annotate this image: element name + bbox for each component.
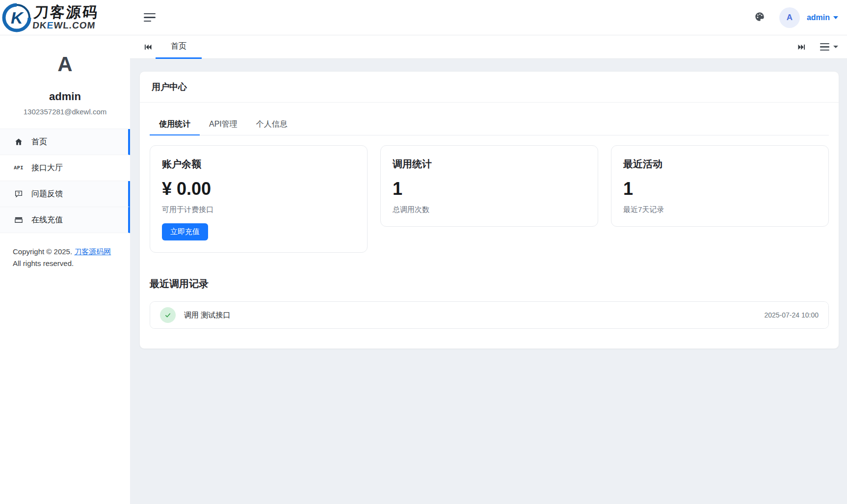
activity-value: 1 [623, 179, 817, 199]
list-menu-icon [820, 43, 829, 51]
sidebar-item-label: 在线充值 [31, 215, 63, 225]
theme-palette-button[interactable] [751, 9, 768, 27]
stat-title: 最近活动 [623, 158, 817, 171]
card-body: 使用统计 API管理 个人信息 账户余额 ¥ 0.00 可用于计费接口 立即充值 [140, 103, 839, 348]
sidebar-item-api-hall[interactable]: API 接口大厅 [0, 155, 130, 181]
record-text: 调用 测试接口 [184, 311, 230, 320]
sidebar-item-home[interactable]: 首页 [0, 129, 130, 155]
feedback-icon: ? [13, 189, 24, 198]
stat-title: 调用统计 [393, 158, 586, 171]
sidebar-item-recharge[interactable]: 在线充值 [0, 207, 130, 233]
logo-mark-icon: K [2, 3, 31, 32]
logo-text: 刀客源码 DKEWL.COM [32, 5, 99, 30]
user-menu-dropdown[interactable]: admin [807, 13, 838, 22]
record-timestamp: 2025-07-24 10:00 [764, 311, 819, 319]
profile-email: 1302357281@dkewl.com [0, 107, 130, 116]
call-record-row: 调用 测试接口 2025-07-24 10:00 [150, 302, 828, 328]
user-center-tabs: 使用统计 API管理 个人信息 [150, 114, 829, 135]
page-tabbar: 首页 [130, 35, 847, 59]
sidebar: A admin 1302357281@dkewl.com 首页 API 接口大厅 [0, 35, 130, 504]
stat-caption: 可用于计费接口 [162, 205, 355, 214]
tab-personal-info[interactable]: 个人信息 [247, 114, 297, 135]
header: K 刀客源码 DKEWL.COM A admin [0, 0, 847, 35]
tab-home[interactable]: 首页 [156, 35, 202, 59]
api-icon: API [13, 165, 24, 171]
user-center-card: 用户中心 使用统计 API管理 个人信息 账户余额 ¥ 0.00 可用于计费接口 [139, 71, 839, 349]
success-status-badge [160, 307, 176, 323]
skip-forward-icon[interactable] [795, 41, 807, 53]
brand-site-link[interactable]: 刀客源码网 [74, 247, 111, 256]
username-label: admin [807, 13, 830, 22]
tab-home-label: 首页 [171, 41, 186, 52]
sidebar-item-label: 首页 [31, 137, 47, 147]
tab-usage-stats[interactable]: 使用统计 [150, 114, 200, 135]
recent-calls-list: 调用 测试接口 2025-07-24 10:00 [150, 301, 829, 329]
stat-caption: 最近7天记录 [623, 205, 817, 214]
brand-domain: DKEWL.COM [32, 21, 98, 30]
sidebar-toggle-button[interactable] [144, 13, 157, 23]
balance-value: ¥ 0.00 [162, 179, 355, 199]
caret-down-icon [833, 16, 838, 19]
brand-name: 刀客源码 [33, 5, 100, 20]
profile-username: admin [0, 90, 130, 103]
sidebar-item-label: 问题反馈 [31, 189, 63, 199]
recharge-card-icon [13, 215, 24, 224]
copyright-line2: All rights reserved. [13, 258, 130, 269]
check-icon [164, 311, 172, 319]
stat-title: 账户余额 [162, 158, 355, 171]
recent-calls-title: 最近调用记录 [150, 277, 829, 291]
brand-logo[interactable]: K 刀客源码 DKEWL.COM [0, 0, 130, 35]
card-title: 用户中心 [140, 72, 839, 103]
tab-api-management[interactable]: API管理 [200, 114, 247, 135]
sidebar-item-feedback[interactable]: ? 问题反馈 [0, 181, 130, 207]
stat-caption: 总调用次数 [393, 205, 586, 214]
caret-down-icon [833, 46, 838, 48]
stat-card-calls: 调用统计 1 总调用次数 [380, 145, 598, 227]
svg-text:?: ? [18, 191, 20, 196]
sidebar-item-label: 接口大厅 [31, 163, 63, 173]
sidebar-profile: A admin 1302357281@dkewl.com [0, 35, 130, 116]
stat-card-activity: 最近活动 1 最近7天记录 [611, 145, 829, 227]
home-icon [13, 137, 24, 146]
svg-text:K: K [11, 8, 24, 27]
sidebar-menu: 首页 API 接口大厅 ? 问题反馈 [0, 129, 130, 233]
copyright-line1: Copyright © 2025. 刀客源码网 [13, 246, 130, 258]
stats-row: 账户余额 ¥ 0.00 可用于计费接口 立即充值 调用统计 1 总调用次数 [150, 145, 829, 253]
recharge-now-button[interactable]: 立即充值 [162, 223, 208, 240]
recent-calls-section: 最近调用记录 调用 测试接口 2025-07-24 10:00 [150, 277, 829, 329]
user-avatar[interactable]: A [779, 7, 800, 28]
palette-icon [754, 11, 765, 24]
content-area: 用户中心 使用统计 API管理 个人信息 账户余额 ¥ 0.00 可用于计费接口 [130, 59, 847, 504]
tab-options-dropdown[interactable] [820, 43, 838, 51]
page: K 刀客源码 DKEWL.COM A admin [0, 0, 847, 504]
stat-card-balance: 账户余额 ¥ 0.00 可用于计费接口 立即充值 [150, 145, 368, 253]
sidebar-copyright: Copyright © 2025. 刀客源码网 All rights reser… [0, 233, 130, 269]
skip-back-icon[interactable] [142, 41, 154, 53]
profile-avatar: A [0, 54, 130, 75]
calls-value: 1 [393, 179, 586, 199]
